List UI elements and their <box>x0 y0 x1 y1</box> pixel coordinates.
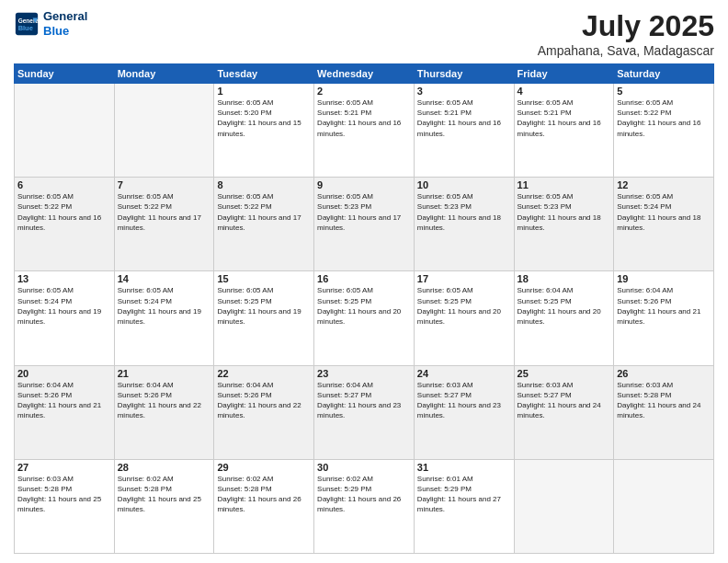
logo-line2: Blue <box>43 24 87 39</box>
calendar-cell: 7Sunrise: 6:05 AM Sunset: 5:22 PM Daylig… <box>114 178 214 271</box>
day-number: 20 <box>17 368 111 379</box>
weekday-header: Wednesday <box>314 64 415 84</box>
day-info: Sunrise: 6:05 AM Sunset: 5:22 PM Dayligh… <box>617 98 711 139</box>
day-number: 18 <box>518 273 611 284</box>
day-number: 17 <box>417 273 511 284</box>
day-info: Sunrise: 6:03 AM Sunset: 5:28 PM Dayligh… <box>17 474 111 515</box>
calendar-cell: 25Sunrise: 6:03 AM Sunset: 5:27 PM Dayli… <box>514 365 614 459</box>
day-number: 6 <box>17 179 111 190</box>
calendar-cell: 21Sunrise: 6:04 AM Sunset: 5:26 PM Dayli… <box>114 365 214 459</box>
logo-text: General Blue <box>43 9 87 38</box>
day-number: 30 <box>317 462 411 473</box>
day-info: Sunrise: 6:03 AM Sunset: 5:28 PM Dayligh… <box>617 380 711 421</box>
calendar-cell: 3Sunrise: 6:05 AM Sunset: 5:21 PM Daylig… <box>414 84 514 178</box>
calendar-cell <box>514 459 614 553</box>
calendar-week-row: 6Sunrise: 6:05 AM Sunset: 5:22 PM Daylig… <box>15 178 714 271</box>
day-info: Sunrise: 6:03 AM Sunset: 5:27 PM Dayligh… <box>417 380 511 421</box>
calendar-cell: 27Sunrise: 6:03 AM Sunset: 5:28 PM Dayli… <box>15 459 115 553</box>
weekday-header: Thursday <box>414 64 514 84</box>
day-info: Sunrise: 6:02 AM Sunset: 5:28 PM Dayligh… <box>118 474 211 515</box>
calendar-week-row: 1Sunrise: 6:05 AM Sunset: 5:20 PM Daylig… <box>15 84 714 178</box>
day-number: 10 <box>417 179 511 190</box>
day-info: Sunrise: 6:04 AM Sunset: 5:26 PM Dayligh… <box>617 285 711 327</box>
day-info: Sunrise: 6:02 AM Sunset: 5:29 PM Dayligh… <box>317 474 411 515</box>
calendar-cell <box>114 84 214 178</box>
day-info: Sunrise: 6:01 AM Sunset: 5:29 PM Dayligh… <box>417 474 511 515</box>
day-info: Sunrise: 6:05 AM Sunset: 5:24 PM Dayligh… <box>118 285 211 327</box>
day-info: Sunrise: 6:05 AM Sunset: 5:20 PM Dayligh… <box>217 98 311 139</box>
calendar-cell: 23Sunrise: 6:04 AM Sunset: 5:27 PM Dayli… <box>314 365 415 459</box>
day-info: Sunrise: 6:03 AM Sunset: 5:27 PM Dayligh… <box>518 380 611 421</box>
calendar-cell: 28Sunrise: 6:02 AM Sunset: 5:28 PM Dayli… <box>114 459 214 553</box>
day-number: 7 <box>118 179 211 190</box>
calendar-cell: 8Sunrise: 6:05 AM Sunset: 5:22 PM Daylig… <box>214 178 314 271</box>
calendar-cell: 4Sunrise: 6:05 AM Sunset: 5:21 PM Daylig… <box>514 84 614 178</box>
calendar-cell: 13Sunrise: 6:05 AM Sunset: 5:24 PM Dayli… <box>15 271 115 365</box>
calendar-cell: 15Sunrise: 6:05 AM Sunset: 5:25 PM Dayli… <box>214 271 314 365</box>
calendar-header-row: SundayMondayTuesdayWednesdayThursdayFrid… <box>15 64 714 84</box>
calendar-cell: 26Sunrise: 6:03 AM Sunset: 5:28 PM Dayli… <box>614 365 714 459</box>
calendar-cell: 18Sunrise: 6:04 AM Sunset: 5:25 PM Dayli… <box>514 271 614 365</box>
day-info: Sunrise: 6:05 AM Sunset: 5:21 PM Dayligh… <box>518 98 611 139</box>
day-number: 14 <box>118 273 211 284</box>
calendar-table: SundayMondayTuesdayWednesdayThursdayFrid… <box>14 63 714 554</box>
day-number: 26 <box>617 368 711 379</box>
calendar-cell: 6Sunrise: 6:05 AM Sunset: 5:22 PM Daylig… <box>15 178 115 271</box>
day-info: Sunrise: 6:05 AM Sunset: 5:25 PM Dayligh… <box>417 285 511 327</box>
day-info: Sunrise: 6:05 AM Sunset: 5:25 PM Dayligh… <box>317 285 411 327</box>
day-info: Sunrise: 6:04 AM Sunset: 5:26 PM Dayligh… <box>217 380 311 421</box>
day-number: 23 <box>317 368 411 379</box>
weekday-header: Monday <box>114 64 214 84</box>
calendar-cell: 20Sunrise: 6:04 AM Sunset: 5:26 PM Dayli… <box>15 365 115 459</box>
day-number: 16 <box>317 273 411 284</box>
svg-text:Blue: Blue <box>18 24 33 32</box>
day-number: 29 <box>217 462 311 473</box>
day-info: Sunrise: 6:05 AM Sunset: 5:23 PM Dayligh… <box>518 191 611 233</box>
day-info: Sunrise: 6:05 AM Sunset: 5:23 PM Dayligh… <box>417 191 511 233</box>
calendar-cell <box>614 459 714 553</box>
day-info: Sunrise: 6:05 AM Sunset: 5:22 PM Dayligh… <box>118 191 211 233</box>
day-number: 27 <box>17 462 111 473</box>
day-number: 3 <box>417 86 511 97</box>
calendar-cell: 11Sunrise: 6:05 AM Sunset: 5:23 PM Dayli… <box>514 178 614 271</box>
day-number: 25 <box>518 368 611 379</box>
calendar-cell: 30Sunrise: 6:02 AM Sunset: 5:29 PM Dayli… <box>314 459 415 553</box>
calendar-week-row: 27Sunrise: 6:03 AM Sunset: 5:28 PM Dayli… <box>15 459 714 553</box>
day-info: Sunrise: 6:05 AM Sunset: 5:22 PM Dayligh… <box>217 191 311 233</box>
calendar-week-row: 20Sunrise: 6:04 AM Sunset: 5:26 PM Dayli… <box>15 365 714 459</box>
day-number: 15 <box>217 273 311 284</box>
day-number: 5 <box>617 86 711 97</box>
day-number: 13 <box>17 273 111 284</box>
day-info: Sunrise: 6:05 AM Sunset: 5:21 PM Dayligh… <box>417 98 511 139</box>
calendar-cell: 1Sunrise: 6:05 AM Sunset: 5:20 PM Daylig… <box>214 84 314 178</box>
logo: General Blue General Blue <box>14 9 87 38</box>
day-number: 4 <box>518 86 611 97</box>
weekday-header: Saturday <box>614 64 714 84</box>
calendar-cell: 16Sunrise: 6:05 AM Sunset: 5:25 PM Dayli… <box>314 271 415 365</box>
calendar-cell: 2Sunrise: 6:05 AM Sunset: 5:21 PM Daylig… <box>314 84 415 178</box>
logo-icon: General Blue <box>14 11 40 37</box>
title-block: July 2025 Ampahana, Sava, Madagascar <box>538 9 714 58</box>
day-number: 28 <box>118 462 211 473</box>
day-number: 19 <box>617 273 711 284</box>
day-number: 31 <box>417 462 511 473</box>
day-info: Sunrise: 6:04 AM Sunset: 5:26 PM Dayligh… <box>118 380 211 421</box>
day-number: 22 <box>217 368 311 379</box>
calendar-cell: 14Sunrise: 6:05 AM Sunset: 5:24 PM Dayli… <box>114 271 214 365</box>
weekday-header: Friday <box>514 64 614 84</box>
logo-line1: General <box>43 9 87 24</box>
calendar-cell: 10Sunrise: 6:05 AM Sunset: 5:23 PM Dayli… <box>414 178 514 271</box>
calendar-cell: 17Sunrise: 6:05 AM Sunset: 5:25 PM Dayli… <box>414 271 514 365</box>
day-info: Sunrise: 6:04 AM Sunset: 5:27 PM Dayligh… <box>317 380 411 421</box>
day-info: Sunrise: 6:04 AM Sunset: 5:26 PM Dayligh… <box>17 380 111 421</box>
month-title: July 2025 <box>538 9 714 43</box>
day-info: Sunrise: 6:05 AM Sunset: 5:23 PM Dayligh… <box>317 191 411 233</box>
day-number: 1 <box>217 86 311 97</box>
weekday-header: Tuesday <box>214 64 314 84</box>
day-number: 12 <box>617 179 711 190</box>
day-number: 24 <box>417 368 511 379</box>
calendar-week-row: 13Sunrise: 6:05 AM Sunset: 5:24 PM Dayli… <box>15 271 714 365</box>
day-number: 21 <box>118 368 211 379</box>
calendar-cell: 29Sunrise: 6:02 AM Sunset: 5:28 PM Dayli… <box>214 459 314 553</box>
day-info: Sunrise: 6:05 AM Sunset: 5:24 PM Dayligh… <box>17 285 111 327</box>
